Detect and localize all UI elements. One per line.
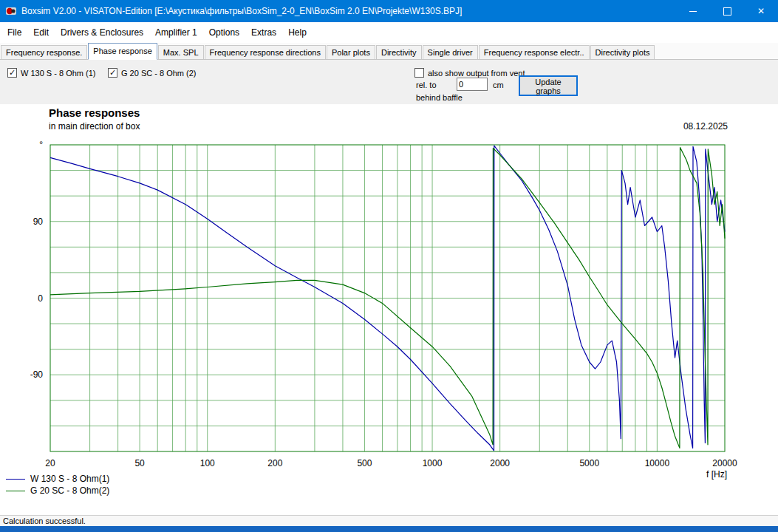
svg-text:100: 100	[200, 458, 215, 468]
menu-item-file[interactable]: File	[1, 23, 27, 43]
svg-text:10000: 10000	[645, 458, 670, 468]
vent-output-checkbox-box	[414, 68, 424, 78]
update-graphs-button[interactable]: Update graphs	[519, 75, 578, 96]
phase-plot: 20501002005001000200050001000020000°900-…	[0, 104, 778, 515]
driver1-checkbox-box: ✓	[7, 68, 17, 78]
y-tick-labels: °900-90	[30, 140, 44, 380]
rel-to-input[interactable]	[457, 78, 488, 91]
legend: W 130 S - 8 Ohm(1)G 20 SC - 8 Ohm(2)	[6, 473, 109, 497]
svg-text:2000: 2000	[490, 458, 510, 468]
tab-max-spl[interactable]: Max. SPL	[158, 45, 204, 59]
legend-line	[6, 479, 25, 480]
driver2-checkbox[interactable]: ✓ G 20 SC - 8 Ohm (2)	[108, 68, 196, 78]
legend-label: W 130 S - 8 Ohm(1)	[30, 474, 109, 484]
chart-subtitle: in main direction of box	[49, 121, 140, 132]
grid-lines	[50, 145, 725, 451]
x-axis-unit-label: f [Hz]	[706, 469, 727, 480]
cm-unit-label: cm	[493, 81, 504, 89]
driver2-checkbox-label: G 20 SC - 8 Ohm (2)	[121, 69, 196, 78]
tab-phase-response[interactable]: Phase response	[88, 43, 157, 60]
legend-item-g-20-sc-8-ohm-2: G 20 SC - 8 Ohm(2)	[6, 485, 109, 497]
close-icon: ✕	[757, 6, 765, 16]
driver1-checkbox-label: W 130 S - 8 Ohm (1)	[21, 69, 95, 78]
vent-output-checkbox-label: also show output from vent	[428, 69, 525, 78]
tab-polar-plots[interactable]: Polar plots	[327, 45, 375, 59]
svg-text:500: 500	[357, 458, 372, 468]
curve-g-20-sc-8-ohm-2	[50, 148, 725, 449]
chart-panel: 20501002005001000200050001000020000°900-…	[0, 104, 778, 515]
tab-directivity-plots[interactable]: Directivity plots	[590, 45, 655, 59]
app-window: Boxsim V2.00 - VISATON-Edition [E:\Акуст…	[0, 0, 778, 532]
maximize-button[interactable]	[710, 0, 744, 22]
legend-label: G 20 SC - 8 Ohm(2)	[30, 485, 109, 496]
tab-single-driver[interactable]: Single driver	[423, 45, 478, 59]
tab-frequency-response-directions[interactable]: Frequency response directions	[205, 45, 326, 59]
title-bar: Boxsim V2.00 - VISATON-Edition [E:\Акуст…	[0, 0, 778, 22]
svg-text:50: 50	[134, 458, 145, 468]
svg-text:-90: -90	[30, 369, 44, 380]
app-icon	[5, 5, 17, 17]
minimize-icon	[689, 11, 697, 12]
menu-item-amplifier-1[interactable]: Amplifier 1	[149, 23, 203, 43]
vent-output-checkbox[interactable]: also show output from vent	[414, 68, 525, 78]
menu-item-help[interactable]: Help	[282, 23, 313, 43]
window-title: Boxsim V2.00 - VISATON-Edition [E:\Акуст…	[21, 6, 462, 16]
driver2-checkbox-box: ✓	[108, 68, 117, 78]
svg-text:200: 200	[267, 458, 282, 468]
minimize-button[interactable]	[676, 0, 710, 22]
behind-baffle-label: behind baffle	[416, 93, 463, 102]
status-text: Calculation successful.	[3, 516, 86, 525]
svg-text:90: 90	[33, 216, 44, 227]
menu-item-drivers-enclosures[interactable]: Drivers & Enclosures	[55, 23, 149, 43]
chart-date: 08.12.2025	[683, 121, 728, 132]
chart-title: Phase responses	[49, 106, 140, 119]
driver1-checkbox[interactable]: ✓ W 130 S - 8 Ohm (1)	[7, 68, 95, 78]
svg-text:°: °	[39, 140, 43, 150]
tab-frequency-response-electr[interactable]: Frequency response electr..	[479, 45, 590, 59]
taskbar-strip	[0, 526, 778, 532]
menu-item-edit[interactable]: Edit	[27, 23, 55, 43]
rel-to-label: rel. to	[416, 81, 437, 89]
status-bar: Calculation successful.	[0, 515, 778, 526]
svg-text:20000: 20000	[712, 458, 737, 468]
svg-text:20: 20	[45, 458, 55, 468]
maximize-icon	[723, 7, 731, 16]
tab-directivity[interactable]: Directivity	[376, 45, 422, 59]
legend-line	[6, 491, 25, 491]
menu-bar: FileEditDrivers & EnclosuresAmplifier 1O…	[0, 22, 778, 44]
x-tick-labels: 20501002005001000200050001000020000	[45, 458, 737, 468]
svg-text:0: 0	[38, 293, 43, 304]
close-button[interactable]: ✕	[744, 0, 778, 22]
legend-item-w-130-s-8-ohm-1: W 130 S - 8 Ohm(1)	[6, 473, 109, 485]
window-controls: ✕	[676, 0, 778, 22]
controls-panel: ✓ W 130 S - 8 Ohm (1) ✓ G 20 SC - 8 Ohm …	[0, 60, 778, 105]
tab-bar: Frequency response.Phase responseMax. SP…	[0, 43, 778, 60]
menu-item-extras[interactable]: Extras	[245, 23, 282, 43]
tab-frequency-response[interactable]: Frequency response.	[1, 45, 87, 59]
svg-text:5000: 5000	[579, 458, 599, 468]
menu-item-options[interactable]: Options	[203, 23, 245, 43]
svg-text:1000: 1000	[423, 458, 443, 468]
